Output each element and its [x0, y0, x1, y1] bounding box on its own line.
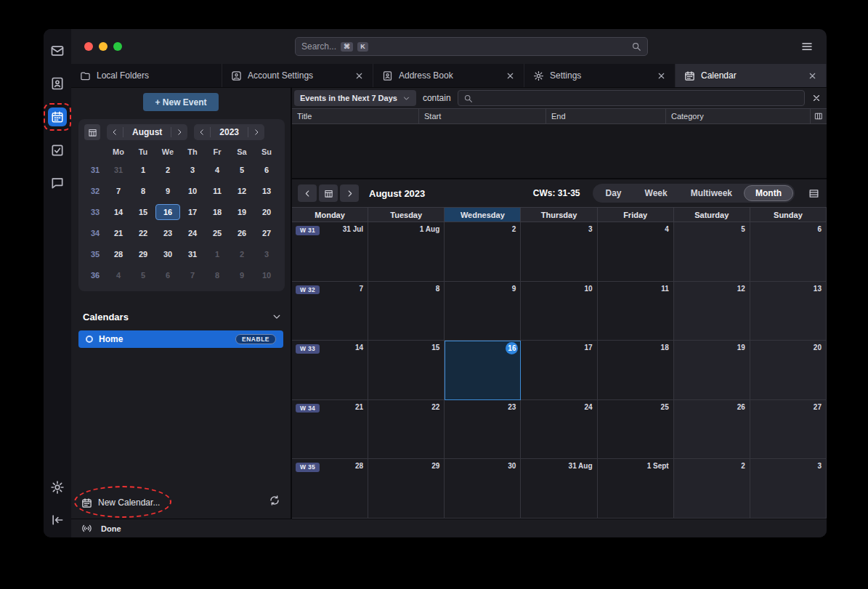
month-cell[interactable]: 9 [445, 282, 521, 341]
tab-account-settings[interactable]: Account Settings [222, 64, 373, 87]
minical-day[interactable]: 27 [254, 225, 279, 241]
month-cell[interactable]: 10 [521, 282, 597, 341]
view-month-button[interactable]: Month [744, 185, 793, 201]
month-cell[interactable]: W 3314 [292, 341, 368, 400]
month-cell[interactable]: 13 [750, 282, 827, 341]
column-header-start[interactable]: Start [419, 109, 546, 123]
view-multiweek-button[interactable]: Multiweek [679, 185, 744, 201]
minical-day[interactable]: 28 [106, 246, 131, 262]
view-week-button[interactable]: Week [633, 185, 679, 201]
minical-day[interactable]: 15 [131, 204, 155, 220]
month-cell[interactable]: 12 [674, 282, 750, 341]
month-cell[interactable]: 1 Aug [368, 222, 445, 282]
minical-prev-year-button[interactable] [194, 124, 210, 140]
minical-day[interactable]: 4 [205, 162, 230, 178]
month-cell[interactable]: W 3421 [292, 400, 368, 460]
month-cell[interactable]: 18 [598, 341, 674, 400]
column-header-end[interactable]: End [546, 109, 666, 123]
minical-day[interactable]: 3 [180, 162, 205, 178]
close-tab-button[interactable] [657, 71, 666, 81]
month-cell[interactable]: 17 [521, 341, 597, 400]
minical-next-year-button[interactable] [248, 124, 264, 140]
month-cell[interactable]: 30 [445, 459, 521, 519]
minical-day[interactable]: 29 [131, 246, 155, 262]
minical-day[interactable]: 4 [106, 267, 131, 283]
month-cell[interactable]: 19 [674, 341, 750, 400]
sync-calendars-button[interactable] [269, 495, 280, 506]
month-cell[interactable]: 11 [598, 282, 674, 341]
month-cell[interactable]: 26 [674, 400, 750, 460]
month-cell[interactable]: 31 Aug [521, 459, 597, 519]
minical-day[interactable]: 7 [180, 267, 205, 283]
minical-day[interactable]: 5 [131, 267, 155, 283]
month-cell[interactable]: 2 [445, 222, 521, 282]
collapse-calendars-button[interactable] [272, 312, 282, 322]
month-cell[interactable]: 24 [521, 400, 597, 460]
column-picker-button[interactable] [811, 109, 827, 123]
new-event-button[interactable]: + New Event [143, 93, 219, 111]
tab-local-folders[interactable]: Local Folders [71, 64, 222, 87]
minical-day[interactable]: 5 [230, 162, 254, 178]
month-cell[interactable]: 15 [368, 341, 445, 400]
minical-day[interactable]: 9 [230, 267, 254, 283]
month-cell[interactable]: 8 [368, 282, 445, 341]
minical-day[interactable]: 12 [230, 183, 254, 199]
minical-day[interactable]: 16 [155, 204, 180, 220]
mail-icon-button[interactable] [49, 42, 66, 60]
month-cell[interactable]: 6 [750, 222, 827, 282]
month-cell[interactable]: 20 [750, 341, 827, 400]
minical-day[interactable]: 8 [205, 267, 230, 283]
minical-day[interactable]: 26 [230, 225, 254, 241]
minical-day[interactable]: 20 [254, 204, 279, 220]
minical-day[interactable]: 31 [180, 246, 205, 262]
minical-day[interactable]: 1 [131, 162, 155, 178]
month-cell[interactable]: 27 [750, 400, 827, 460]
minical-day[interactable]: 19 [230, 204, 254, 220]
minical-day[interactable]: 25 [205, 225, 230, 241]
month-cell[interactable]: 3 [750, 459, 827, 519]
enable-badge[interactable]: ENABLE [235, 334, 276, 345]
minical-day[interactable]: 6 [155, 267, 180, 283]
event-filter-search-input[interactable] [477, 93, 799, 103]
previous-period-button[interactable] [298, 184, 317, 202]
address-book-icon-button[interactable] [49, 75, 66, 92]
minical-day[interactable]: 10 [254, 267, 279, 283]
minical-day[interactable]: 17 [180, 204, 205, 220]
event-range-dropdown[interactable]: Events in the Next 7 Days [294, 90, 416, 106]
next-period-button[interactable] [340, 184, 359, 202]
month-cell[interactable]: 16 [445, 341, 521, 400]
minical-day[interactable]: 9 [155, 183, 180, 199]
tasks-icon-button[interactable] [49, 142, 66, 159]
month-cell[interactable]: 1 Sept [598, 459, 674, 519]
chat-icon-button[interactable] [49, 174, 66, 192]
global-search-input[interactable]: Search... ⌘ K [295, 37, 648, 56]
minical-day[interactable]: 6 [254, 162, 279, 178]
close-tab-button[interactable] [808, 71, 817, 81]
calendar-icon-button[interactable] [48, 107, 67, 126]
minical-day[interactable]: 24 [180, 225, 205, 241]
minical-prev-month-button[interactable] [107, 124, 123, 140]
event-filter-search[interactable] [458, 90, 805, 106]
month-cell[interactable]: 3 [521, 222, 597, 282]
minical-day[interactable]: 31 [106, 162, 131, 178]
tab-calendar[interactable]: Calendar [676, 64, 827, 87]
close-window-button[interactable] [84, 42, 93, 51]
minical-day[interactable]: 3 [254, 246, 279, 262]
tab-address-book[interactable]: Address Book [373, 64, 524, 87]
minical-day[interactable]: 13 [254, 183, 279, 199]
new-calendar-button[interactable]: New Calendar... [81, 496, 160, 509]
close-filter-button[interactable] [811, 93, 822, 103]
minical-day[interactable]: 21 [106, 225, 131, 241]
today-button[interactable] [319, 184, 338, 202]
month-cell[interactable]: 5 [674, 222, 750, 282]
month-cell[interactable]: 22 [368, 400, 445, 460]
calendar-list-item-home[interactable]: Home ENABLE [78, 330, 283, 348]
month-cell[interactable]: 2 [674, 459, 750, 519]
column-header-category[interactable]: Category [666, 109, 811, 123]
month-cell[interactable]: 25 [598, 400, 674, 460]
minical-day[interactable]: 8 [131, 183, 155, 199]
settings-gear-button[interactable] [49, 479, 66, 496]
month-cell[interactable]: W 3528 [292, 459, 368, 519]
close-tab-button[interactable] [506, 71, 515, 81]
minical-day[interactable]: 22 [131, 225, 155, 241]
